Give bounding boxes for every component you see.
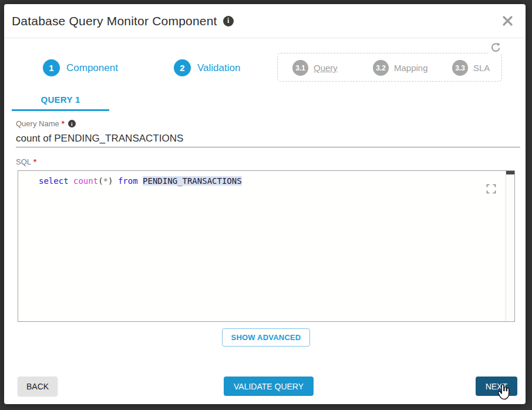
refresh-icon[interactable] (489, 42, 503, 54)
next-button[interactable]: NEXT (476, 377, 517, 396)
dialog-header: Database Query Monitor Component i (4, 4, 526, 38)
sql-code-line: select count(*) from PENDING_TRANSACTION… (39, 176, 479, 186)
query-name-input[interactable] (16, 130, 520, 147)
sql-paren: ( (98, 176, 103, 186)
step-number-badge: 1 (43, 59, 60, 76)
sql-code-editor[interactable]: select count(*) from PENDING_TRANSACTION… (18, 170, 515, 322)
database-query-monitor-dialog: Database Query Monitor Component i 1 Com… (4, 4, 526, 404)
sql-label: SQL (16, 157, 31, 166)
sql-star: * (103, 176, 108, 186)
substep-label: SLA (473, 63, 490, 73)
validate-query-button[interactable]: VALIDATE QUERY (224, 377, 314, 396)
wizard-step-validation[interactable]: 2 Validation (174, 59, 240, 76)
step-label: Component (66, 62, 118, 74)
dialog-title: Database Query Monitor Component (12, 14, 217, 28)
info-icon[interactable]: i (68, 120, 76, 127)
wizard-substeps-group: 3.1 Query 3.2 Mapping 3.3 SLA (277, 53, 502, 82)
sql-label-row: SQL* (16, 157, 36, 166)
required-mark: * (33, 157, 36, 166)
substep-label: Query (314, 63, 338, 73)
wizard-step-component[interactable]: 1 Component (43, 59, 118, 76)
info-icon[interactable]: i (223, 16, 234, 26)
tab-query-1[interactable]: QUERY 1 (12, 90, 109, 111)
fullscreen-expand-icon[interactable] (486, 184, 496, 194)
query-name-label: Query Name (16, 119, 59, 128)
substep-number-badge: 3.3 (452, 60, 468, 76)
sql-function: count (73, 176, 98, 186)
required-mark: * (62, 119, 65, 128)
step-number-badge: 2 (174, 59, 191, 76)
wizard-step-query[interactable]: 3.1 Query (292, 60, 338, 76)
tab-label: QUERY 1 (41, 95, 80, 105)
substep-number-badge: 3.2 (373, 60, 389, 76)
wizard-step-sla[interactable]: 3.3 SLA (452, 60, 490, 76)
sql-keyword: from (118, 176, 138, 186)
close-icon[interactable] (501, 15, 514, 27)
editor-vertical-scrollbar[interactable] (506, 171, 514, 321)
sql-keyword: select (39, 176, 73, 186)
substep-number-badge: 3.1 (292, 60, 308, 76)
sql-table-name: PENDING_TRANSACTIONS (143, 176, 242, 186)
scrollbar-thumb[interactable] (506, 171, 514, 174)
step-label: Validation (197, 62, 240, 74)
wizard-step-mapping[interactable]: 3.2 Mapping (373, 60, 428, 76)
back-button[interactable]: BACK (18, 377, 58, 396)
substep-label: Mapping (394, 63, 428, 73)
show-advanced-button[interactable]: SHOW ADVANCED (222, 328, 310, 347)
query-name-label-row: Query Name* i (16, 119, 76, 128)
